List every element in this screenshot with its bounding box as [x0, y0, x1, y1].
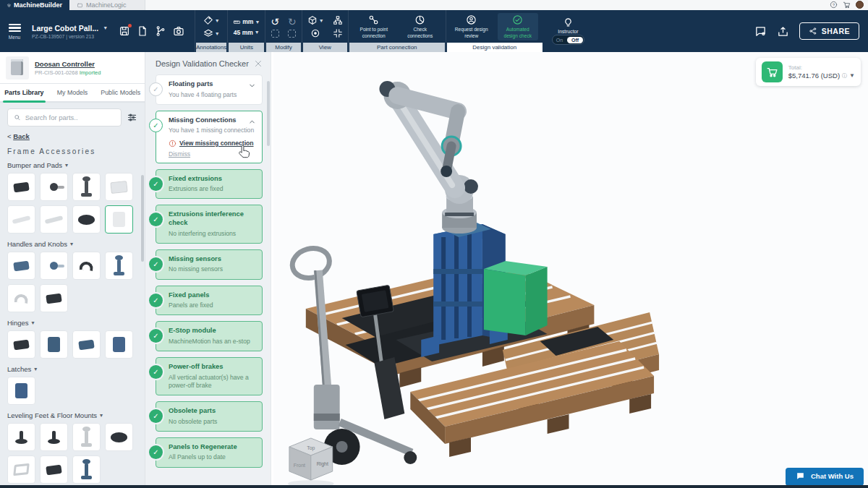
part-thumbnail[interactable]: [7, 330, 35, 359]
sidebar-scrollbar[interactable]: [141, 175, 144, 262]
cube-face-top[interactable]: Top: [307, 445, 315, 451]
part-thumbnail[interactable]: [40, 205, 68, 234]
category-toggle[interactable]: Hinges▾: [0, 314, 145, 330]
part-thumbnail[interactable]: [40, 252, 68, 280]
instructor-toggle[interactable]: On Off: [552, 35, 584, 45]
part-thumbnail[interactable]: [40, 455, 68, 484]
validation-card-title: Missing Connections: [169, 116, 256, 125]
validation-card-title: Power-off brakes: [169, 363, 256, 372]
validation-card[interactable]: ✓Obsolete partsNo obsolete parts: [156, 401, 263, 432]
select-group-icon[interactable]: [288, 30, 296, 38]
select-box-icon[interactable]: [271, 30, 279, 38]
tab-public-models[interactable]: Public Models: [96, 84, 145, 101]
user-avatar[interactable]: [856, 1, 864, 9]
point-to-point-button[interactable]: Point to point connection: [354, 13, 394, 40]
controller-card[interactable]: Doosan Controller PR-CIS-001-0268 Import…: [0, 52, 145, 84]
category-toggle[interactable]: Bumper and Pads▾: [0, 157, 145, 172]
annotation-layers-dropdown[interactable]: ▼: [203, 28, 220, 38]
check-circle-icon: ✓: [149, 294, 163, 307]
dismiss-link[interactable]: Dismiss: [169, 150, 190, 158]
part-thumbnail[interactable]: [40, 173, 68, 201]
chevron-down-icon: ▼: [103, 25, 108, 30]
export-file-icon[interactable]: [137, 25, 148, 37]
part-thumbnail[interactable]: [7, 377, 35, 405]
screenshot-camera-icon[interactable]: [173, 25, 184, 37]
validation-card[interactable]: ✓Panels to RegenerateAll Panels up to da…: [156, 437, 263, 468]
part-thumbnail[interactable]: [7, 205, 35, 234]
render-orb-icon[interactable]: [310, 28, 320, 38]
cart-icon[interactable]: [843, 1, 851, 9]
checker-scrollbar[interactable]: [267, 81, 270, 146]
undo-icon[interactable]: ↺: [271, 17, 279, 27]
chevron-down-icon[interactable]: ▼: [849, 72, 855, 79]
part-thumbnail[interactable]: [40, 423, 68, 451]
cube-face-front[interactable]: Front: [294, 463, 305, 468]
validation-card[interactable]: ✓Extrusions interference checkNo interfe…: [156, 205, 263, 243]
part-thumbnail[interactable]: [72, 423, 101, 451]
category-toggle[interactable]: Latches▾: [0, 361, 145, 376]
part-thumbnail[interactable]: [7, 173, 35, 201]
part-thumbnail[interactable]: [7, 252, 35, 280]
tab-parts-library[interactable]: Parts Library: [0, 84, 48, 101]
project-name-dropdown[interactable]: Large Cobot Pall...▼: [32, 24, 111, 33]
part-thumbnail[interactable]: [72, 455, 101, 484]
hierarchy-tree-icon[interactable]: [333, 15, 343, 25]
part-thumbnail[interactable]: [7, 284, 35, 312]
part-thumbnail[interactable]: [72, 205, 101, 234]
back-link[interactable]: < Back: [0, 131, 145, 145]
chevron-down-icon[interactable]: [248, 82, 256, 90]
extrusion-size-dropdown[interactable]: 45 mm▼: [234, 29, 260, 36]
block-part-shape: [13, 260, 29, 271]
view-cube-dropdown[interactable]: ▼: [307, 15, 324, 25]
part-thumbnail[interactable]: [105, 173, 133, 201]
redo-icon[interactable]: ↻: [288, 17, 297, 27]
part-thumbnail[interactable]: [40, 284, 68, 312]
close-icon[interactable]: [254, 59, 263, 68]
part-thumbnail[interactable]: [72, 252, 101, 280]
validation-card[interactable]: ✓E-Stop moduleMachineMotion has an e-sto…: [156, 321, 263, 351]
search-input[interactable]: [25, 114, 115, 121]
help-icon[interactable]: ?: [830, 1, 838, 9]
menu-button[interactable]: Menu: [0, 10, 29, 52]
part-thumbnail[interactable]: [105, 330, 133, 359]
fit-view-icon[interactable]: [333, 28, 343, 38]
part-thumbnail[interactable]: [105, 205, 133, 234]
part-thumbnail[interactable]: [72, 330, 101, 359]
validation-card[interactable]: ✓Missing sensorsNo missing sensors: [156, 249, 263, 280]
part-thumbnail[interactable]: [105, 252, 133, 280]
validation-card[interactable]: ✓Power-off brakesAll vertical actuator(s…: [156, 357, 263, 395]
validation-card[interactable]: ✓Floating partsYou have 4 floating parts: [156, 74, 263, 105]
controller-link[interactable]: Doosan Controller: [35, 60, 101, 68]
save-icon[interactable]: [119, 25, 130, 37]
cube-face-right[interactable]: Right: [317, 461, 328, 467]
share-button[interactable]: SHARE: [799, 22, 859, 40]
request-design-review-button[interactable]: Request design review: [451, 13, 492, 40]
check-connections-button[interactable]: Check connections: [400, 13, 441, 40]
annotation-tag-dropdown[interactable]: ▼: [203, 15, 220, 25]
cart-button[interactable]: [762, 61, 783, 82]
feedback-chat-icon[interactable]: [754, 25, 767, 38]
chevron-up-icon[interactable]: [248, 118, 256, 126]
part-thumbnail[interactable]: [7, 455, 35, 484]
part-thumbnail[interactable]: [105, 423, 133, 451]
tab-my-models[interactable]: My Models: [48, 84, 97, 101]
chevron-down-icon: ▾: [34, 366, 37, 372]
validation-card[interactable]: ✓Fixed panelsPanels are fixed: [156, 286, 263, 316]
category-toggle[interactable]: Handles and Knobs▾: [0, 236, 145, 251]
chat-with-us-button[interactable]: Chat With Us: [786, 468, 864, 486]
validation-card[interactable]: ✓Fixed extrusionsExtrusions are fixed: [156, 169, 263, 200]
upload-export-icon[interactable]: [777, 25, 789, 38]
part-thumbnail[interactable]: [72, 173, 101, 201]
filter-sliders-icon[interactable]: [127, 112, 137, 123]
viewport-3d[interactable]: Top Front Right Total: $5,741.76 (USD)ⓘ▼…: [271, 52, 868, 488]
category-toggle[interactable]: Leveling Feet & Floor Mounts▾: [0, 407, 145, 422]
version-branch-icon[interactable]: [155, 25, 166, 37]
part-thumbnail[interactable]: [40, 330, 68, 359]
bar-part-shape: [45, 215, 64, 224]
automated-design-check-button[interactable]: Automated design check: [498, 13, 538, 40]
tab-machinebuilder[interactable]: MachineBuilder: [0, 0, 69, 10]
unit-system-dropdown[interactable]: mm▼: [233, 18, 260, 26]
pie-check-icon: [414, 14, 425, 25]
tab-machinelogic[interactable]: MachineLogic: [69, 0, 145, 10]
part-thumbnail[interactable]: [7, 423, 35, 451]
